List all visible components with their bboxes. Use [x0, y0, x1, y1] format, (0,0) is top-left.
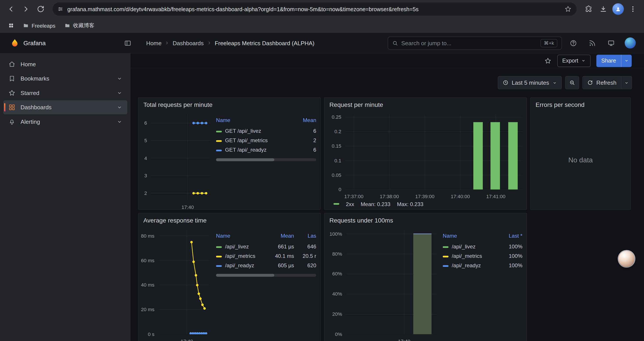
share-button[interactable]: Share	[596, 55, 632, 67]
line-chart: 80 ms60 ms40 ms20 ms0 s 17:40	[138, 226, 214, 341]
bookmark-folder-freeleaps[interactable]: Freeleaps	[20, 21, 59, 30]
chevron-down-icon[interactable]	[116, 119, 122, 124]
user-profile-button[interactable]	[623, 36, 638, 50]
sidebar-item-dashboards[interactable]: Dashboards	[3, 100, 127, 114]
x-axis-tick-label: 17:40	[180, 338, 193, 341]
legend-column-header[interactable]: Name	[443, 231, 498, 242]
series-color-swatch	[216, 265, 222, 267]
share-label[interactable]: Share	[596, 55, 621, 67]
chevron-down-icon[interactable]	[116, 104, 122, 110]
legend-row[interactable]: GET /api/_readyz6	[216, 145, 316, 154]
sidebar-item-home[interactable]: Home	[3, 57, 127, 71]
legend-column-header[interactable]: Name	[216, 231, 265, 242]
refresh-interval-caret[interactable]	[621, 77, 632, 89]
home-icon	[8, 60, 16, 68]
kebab-menu-icon	[629, 5, 637, 13]
extensions-button[interactable]	[582, 2, 596, 16]
legend-row[interactable]: GET /api/_livez6	[216, 126, 316, 136]
series-color-swatch	[216, 246, 222, 248]
back-button[interactable]	[4, 2, 18, 16]
series-name: 2xx	[346, 201, 354, 207]
sidebar-item-starred[interactable]: Starred	[3, 86, 127, 100]
browser-menu-button[interactable]	[626, 2, 640, 16]
legend-column-header[interactable]: Mean	[291, 116, 316, 126]
x-axis-tick-label: 17:40	[182, 204, 194, 210]
person-icon	[615, 6, 621, 12]
y-axis-tick-label: 0%	[335, 331, 342, 337]
sidebar-item-label: Bookmarks	[20, 75, 49, 82]
legend-series[interactable]: 2xx	[334, 201, 354, 207]
search-box[interactable]: ⌘+k	[388, 37, 562, 50]
export-button[interactable]: Export	[557, 55, 590, 67]
y-axis-tick-label: 0 s	[148, 331, 154, 337]
profile-button[interactable]	[611, 2, 625, 16]
panel-title[interactable]: Requests under 100ms	[324, 213, 526, 226]
grafana-logo[interactable]	[10, 38, 19, 47]
reload-button[interactable]	[34, 2, 48, 16]
mega-menu-toggle[interactable]	[124, 39, 132, 47]
apps-shortcut-button[interactable]	[5, 19, 17, 32]
bookmark-icon	[8, 75, 16, 82]
panel-title[interactable]: Average response time	[138, 213, 320, 226]
sidebar-item-alerting[interactable]: Alerting	[3, 115, 127, 129]
favorite-dashboard-button[interactable]	[544, 57, 552, 65]
site-settings-icon[interactable]	[58, 6, 63, 12]
bookmarks-bar: Freeleaps 收藏博客	[0, 18, 644, 33]
legend-row[interactable]: /api/_metrics40.1 ms20.5 r	[216, 251, 316, 261]
y-axis-tick-label: 0.1	[334, 158, 341, 163]
sidebar-item-label: Alerting	[20, 119, 40, 125]
chevron-down-icon	[552, 80, 557, 85]
search-input[interactable]	[401, 40, 537, 46]
panel-title[interactable]: Errors per second	[531, 98, 630, 111]
sidebar-item-label: Dashboards	[20, 104, 52, 111]
legend-row[interactable]: GET /api/_metrics2	[216, 136, 316, 145]
plot-area	[151, 114, 210, 202]
legend-column-header[interactable]: Name	[216, 116, 291, 126]
news-button[interactable]	[585, 36, 600, 50]
search-icon	[392, 40, 398, 46]
legend-row[interactable]: /api/_livez100%	[443, 242, 522, 251]
scrollbar-thumb[interactable]	[216, 158, 274, 161]
legend-row[interactable]: /api/_readyz100%	[443, 261, 522, 270]
forward-button[interactable]	[19, 2, 33, 16]
sidebar-item-bookmarks[interactable]: Bookmarks	[3, 72, 127, 86]
share-menu-caret[interactable]	[621, 55, 632, 67]
refresh-button[interactable]: Refresh	[582, 76, 632, 89]
panel-title[interactable]: Total requests per minute	[138, 98, 320, 111]
legend-column-header[interactable]: Las	[294, 231, 316, 242]
series-color-swatch	[216, 140, 222, 142]
time-range-picker[interactable]: Last 5 minutes	[498, 76, 562, 89]
legend-column-header[interactable]: Last *	[498, 231, 522, 242]
zoom-out-time-button[interactable]	[565, 76, 579, 89]
help-button[interactable]	[566, 36, 581, 50]
bookmark-star-icon[interactable]	[564, 5, 572, 13]
url-bar[interactable]: grafana.mathmast.com/d/deytv4rwavabkb/fr…	[52, 3, 577, 16]
legend-scrollbar[interactable]	[216, 274, 316, 277]
breadcrumb-home[interactable]: Home	[146, 40, 162, 46]
breadcrumb-dashboards[interactable]: Dashboards	[173, 40, 204, 46]
refresh-label: Refresh	[596, 80, 616, 86]
downloads-button[interactable]	[596, 2, 610, 16]
legend-row[interactable]: /api/_livez661 µs646	[216, 242, 316, 251]
chevron-down-icon[interactable]	[116, 90, 122, 96]
legend-row[interactable]: /api/_metrics100%	[443, 251, 522, 261]
refresh-main[interactable]: Refresh	[583, 77, 621, 89]
user-avatar	[624, 38, 636, 49]
kiosk-mode-button[interactable]	[604, 36, 618, 50]
series-color-swatch	[216, 131, 222, 132]
brand-name[interactable]: Grafana	[24, 40, 46, 47]
floating-avatar[interactable]	[618, 251, 634, 267]
legend-row[interactable]: /api/_readyz605 µs620	[216, 261, 316, 270]
nav-sidebar: Home Bookmarks Starred Dashboards Alerti…	[0, 54, 131, 341]
chevron-down-icon[interactable]	[116, 76, 122, 81]
series-color-swatch	[443, 265, 448, 267]
panel-title[interactable]: Request per minute	[324, 98, 526, 111]
legend-column-header[interactable]: Mean	[265, 231, 294, 242]
folder-icon	[23, 23, 29, 28]
legend-scrollbar[interactable]	[216, 158, 316, 161]
scrollbar-thumb[interactable]	[216, 274, 274, 277]
bookmark-folder-blogs[interactable]: 收藏博客	[61, 20, 98, 31]
legend-table: NameMeanLas/api/_livez661 µs646/api/_met…	[216, 231, 316, 270]
url-text[interactable]: grafana.mathmast.com/d/deytv4rwavabkb/fr…	[67, 6, 560, 12]
y-axis-tick-label: 20 ms	[141, 307, 154, 312]
